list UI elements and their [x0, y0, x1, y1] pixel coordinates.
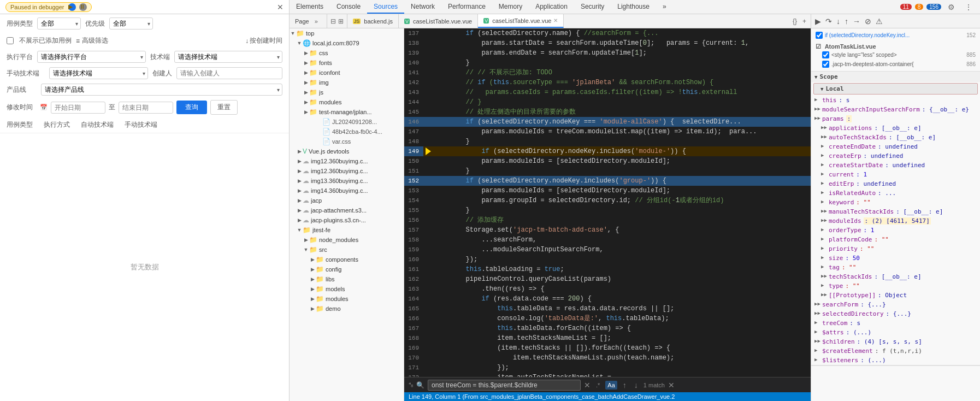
scope-var-18[interactable]: tag : ""	[811, 263, 980, 272]
line-number-155[interactable]: 155	[404, 205, 423, 215]
tree-item-local[interactable]: ▼ 🌐 local.jd.com:8079	[290, 38, 404, 48]
line-number-137[interactable]: 137	[404, 28, 423, 38]
page-tab[interactable]: Page »	[290, 14, 327, 28]
line-number-144[interactable]: 144	[404, 97, 423, 107]
format-button[interactable]: {}	[790, 16, 799, 26]
scope-var-4[interactable]: ▶ autoTechStackIds : [__ob__: e]	[811, 133, 980, 142]
page-tab-more[interactable]: »	[311, 18, 321, 25]
line-number-139[interactable]: 139	[404, 48, 423, 58]
reset-button[interactable]: 重置	[210, 100, 238, 115]
tab-network[interactable]: Network	[404, 0, 441, 14]
scope-var-13[interactable]: ▶ moduleIds : (2) [4611, 5417]	[811, 216, 980, 226]
bp-item-1[interactable]: if (selectedDirectory.nodeKey.incl... 15…	[816, 31, 976, 40]
scope-var-16[interactable]: priority : ""	[811, 244, 980, 253]
step-into-button[interactable]: ↓	[835, 15, 842, 27]
scope-var-2[interactable]: ▶ params :	[811, 114, 980, 123]
step-out-button[interactable]: ↑	[843, 15, 850, 27]
query-button[interactable]: 查询	[176, 101, 207, 114]
tree-item-node-modules[interactable]: ▶ 📁 node_modules	[290, 235, 404, 245]
atomtasklist-checkbox[interactable]: ☑	[816, 43, 821, 50]
scope-var-1[interactable]: ▶ moduleSearchInputSearchForm : {__ob__:…	[811, 105, 980, 114]
line-number-159[interactable]: 159	[404, 245, 423, 255]
tree-item-demo[interactable]: ▶ 📁 demo	[290, 304, 404, 314]
tab-more[interactable]: »	[656, 0, 673, 14]
line-number-160[interactable]: 160	[404, 255, 423, 264]
resume-execution-button[interactable]: ▶	[813, 15, 823, 27]
line-number-161[interactable]: 161	[404, 264, 423, 274]
scope-var-8[interactable]: current : 1	[811, 170, 980, 179]
line-number-154[interactable]: 154	[404, 196, 423, 205]
tab-performance[interactable]: Performance	[441, 0, 492, 14]
line-number-152[interactable]: 152	[404, 176, 423, 186]
bp-item-2[interactable]: <style lang="less" scoped> 885	[816, 50, 976, 60]
tab-elements[interactable]: Elements	[290, 0, 330, 14]
line-number-138[interactable]: 138	[404, 38, 423, 48]
tree-item-img12-2[interactable]: ▶ ☁ img12.360buyimg.c...	[290, 166, 404, 176]
close-tab-button[interactable]: ✕	[553, 17, 558, 23]
bp-checkbox-3[interactable]	[822, 61, 829, 68]
line-number-170[interactable]: 170	[404, 353, 423, 363]
scope-var-9[interactable]: editErp : undefined	[811, 179, 980, 188]
caselistable-tab2[interactable]: V caseListTable.vue.vue ✕	[478, 14, 564, 28]
line-number-141[interactable]: 141	[404, 68, 423, 78]
scope-var-25[interactable]: $attrs : (...)	[811, 328, 980, 337]
manual-tech-select[interactable]: 请选择技术端	[49, 67, 148, 79]
tree-item-48b42[interactable]: ▶ 📄 48b42cba-fb0c-4...	[290, 127, 404, 137]
tree-item-config[interactable]: ▶ 📁 config	[290, 264, 404, 274]
product-select[interactable]: 请选择产品线	[41, 84, 282, 96]
adv-filter-button[interactable]: ≡ 高级筛选	[76, 36, 108, 45]
tree-item-testmanage[interactable]: ▶ 📁 test-manage/jplan...	[290, 107, 404, 117]
scope-var-23[interactable]: ▶ selectedDirectory : {...}	[811, 309, 980, 319]
scope-var-28[interactable]: $listeners : (...)	[811, 356, 980, 365]
line-number-151[interactable]: 151	[404, 166, 423, 176]
tree-item-img13[interactable]: ▶ ☁ img13.360buyimg.c...	[290, 176, 404, 186]
line-number-157[interactable]: 157	[404, 225, 423, 235]
exec-platform-select[interactable]: 请选择执行平台	[37, 51, 146, 63]
tree-item-img14[interactable]: ▶ ☁ img14.360buyimg.c...	[290, 186, 404, 196]
line-number-153[interactable]: 153	[404, 186, 423, 196]
more-menu-button[interactable]: ⋮	[961, 3, 976, 11]
line-number-168[interactable]: 168	[404, 333, 423, 343]
tree-item-jacps3cn[interactable]: ▶ ☁ jacp-plugins.s3.cn-...	[290, 215, 404, 225]
sort-button[interactable]: ↓ 按创建时间	[245, 36, 282, 45]
scope-var-26[interactable]: ▶ $children : (4) [s, s, s, s]	[811, 337, 980, 346]
priority-select[interactable]: 全部	[109, 17, 153, 30]
scope-var-21[interactable]: ▶ [[Prototype]] : Object	[811, 291, 980, 300]
creator-input[interactable]	[176, 67, 283, 79]
tree-item-varcss[interactable]: ▶ 📄 var.css	[290, 137, 404, 146]
tree-item-src[interactable]: ▼ 📁 src	[290, 245, 404, 255]
tree-item-components[interactable]: ▶ 📁 components	[290, 255, 404, 264]
bp-checkbox-2[interactable]	[822, 51, 829, 58]
tree-item-img12-1[interactable]: ▶ ☁ img12.360buyimg.c...	[290, 156, 404, 166]
line-number-158[interactable]: 158	[404, 235, 423, 245]
line-number-162[interactable]: 162	[404, 274, 423, 284]
date-end-input[interactable]	[119, 102, 173, 114]
match-case-button[interactable]: Aa	[605, 381, 617, 390]
add-breakpoint-button[interactable]: +	[800, 16, 808, 26]
scope-var-0[interactable]: this : s	[811, 96, 980, 105]
line-number-147[interactable]: 147	[404, 127, 423, 137]
scope-var-6[interactable]: createErp : undefined	[811, 151, 980, 161]
search-next-button[interactable]: ↓	[632, 380, 640, 391]
scope-var-19[interactable]: ▶ techStackIds : [__ob__: e]	[811, 272, 980, 281]
caselisatable-tab1[interactable]: V caseListTable.vue.vue	[399, 14, 478, 28]
scope-var-17[interactable]: size : 50	[811, 253, 980, 263]
line-number-166[interactable]: 166	[404, 314, 423, 323]
resume-button[interactable]: ▶	[68, 3, 76, 11]
tab-console[interactable]: Console	[330, 0, 367, 14]
tree-item-fonts[interactable]: ▶ 📁 fonts	[290, 58, 404, 68]
line-number-169[interactable]: 169	[404, 343, 423, 353]
scope-var-14[interactable]: orderType : 1	[811, 226, 980, 235]
tree-item-jl2024[interactable]: ▶ 📄 JL2024091208...	[290, 117, 404, 127]
scope-var-20[interactable]: type : ""	[811, 281, 980, 291]
line-number-146[interactable]: 146	[404, 117, 423, 127]
scope-var-3[interactable]: ▶ applications : [__ob__: e]	[811, 123, 980, 133]
line-number-148[interactable]: 148	[404, 137, 423, 146]
tree-item-vuedevtools[interactable]: ▶ V Vue.js devtools	[290, 146, 404, 156]
line-number-150[interactable]: 150	[404, 156, 423, 166]
code-editor[interactable]: 137 if (selectedDirectory.name) { //sear…	[404, 28, 811, 377]
close-search-button[interactable]: ✕	[668, 381, 675, 390]
line-number-167[interactable]: 167	[404, 323, 423, 333]
scope-var-7[interactable]: createStartDate : undefined	[811, 161, 980, 170]
line-number-172[interactable]: 172	[404, 373, 423, 377]
